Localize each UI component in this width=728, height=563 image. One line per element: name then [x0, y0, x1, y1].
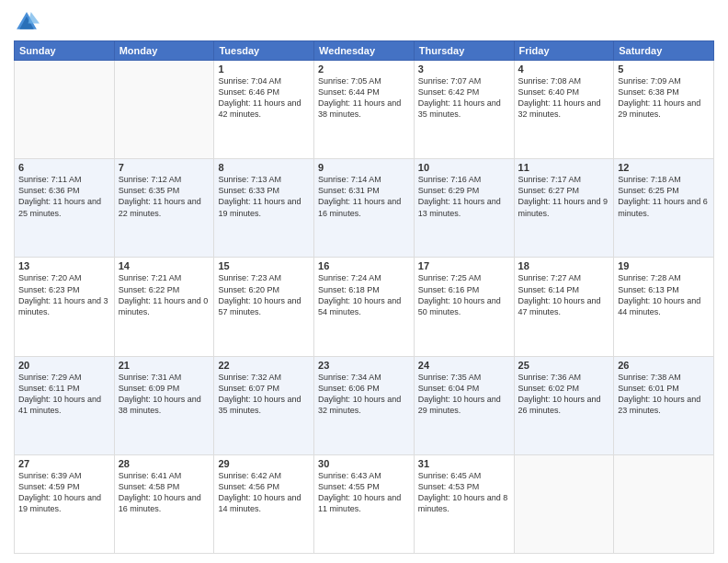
day-info: Sunrise: 7:27 AM Sunset: 6:14 PM Dayligh… [518, 272, 610, 317]
column-header-friday: Friday [514, 41, 614, 61]
day-info: Sunrise: 7:23 AM Sunset: 6:20 PM Dayligh… [218, 272, 310, 317]
calendar-cell: 3Sunrise: 7:07 AM Sunset: 6:42 PM Daylig… [414, 61, 514, 159]
calendar-week-row: 1Sunrise: 7:04 AM Sunset: 6:46 PM Daylig… [15, 61, 714, 159]
calendar-cell: 12Sunrise: 7:18 AM Sunset: 6:25 PM Dayli… [614, 159, 714, 258]
calendar-cell: 19Sunrise: 7:28 AM Sunset: 6:13 PM Dayli… [614, 258, 714, 356]
column-header-monday: Monday [114, 41, 214, 61]
calendar-cell: 16Sunrise: 7:24 AM Sunset: 6:18 PM Dayli… [314, 258, 415, 356]
column-header-saturday: Saturday [614, 41, 714, 61]
day-info: Sunrise: 6:39 AM Sunset: 4:59 PM Dayligh… [18, 470, 110, 515]
day-info: Sunrise: 6:42 AM Sunset: 4:56 PM Dayligh… [218, 470, 310, 515]
calendar-cell: 15Sunrise: 7:23 AM Sunset: 6:20 PM Dayli… [214, 258, 314, 356]
calendar-header-row: SundayMondayTuesdayWednesdayThursdayFrid… [15, 41, 714, 61]
day-number: 9 [318, 162, 410, 173]
day-info: Sunrise: 7:07 AM Sunset: 6:42 PM Dayligh… [418, 75, 510, 121]
calendar-week-row: 13Sunrise: 7:20 AM Sunset: 6:23 PM Dayli… [15, 258, 714, 356]
day-number: 17 [418, 260, 510, 271]
day-number: 27 [18, 458, 110, 469]
day-number: 24 [418, 360, 510, 371]
calendar-week-row: 27Sunrise: 6:39 AM Sunset: 4:59 PM Dayli… [15, 454, 714, 553]
calendar-cell: 24Sunrise: 7:35 AM Sunset: 6:04 PM Dayli… [414, 356, 514, 454]
calendar-cell [614, 454, 714, 553]
calendar-cell [15, 61, 115, 159]
day-info: Sunrise: 7:36 AM Sunset: 6:02 PM Dayligh… [518, 372, 610, 417]
day-info: Sunrise: 7:25 AM Sunset: 6:16 PM Dayligh… [418, 272, 510, 317]
calendar-table: SundayMondayTuesdayWednesdayThursdayFrid… [14, 40, 714, 554]
calendar-cell: 29Sunrise: 6:42 AM Sunset: 4:56 PM Dayli… [214, 454, 314, 553]
day-info: Sunrise: 7:29 AM Sunset: 6:11 PM Dayligh… [18, 372, 110, 417]
calendar-cell: 5Sunrise: 7:09 AM Sunset: 6:38 PM Daylig… [614, 61, 714, 159]
day-number: 20 [18, 360, 110, 371]
day-number: 23 [318, 360, 410, 371]
calendar-cell: 11Sunrise: 7:17 AM Sunset: 6:27 PM Dayli… [514, 159, 614, 258]
calendar-cell [514, 454, 614, 553]
day-number: 5 [618, 63, 710, 75]
day-number: 29 [218, 458, 310, 469]
day-number: 11 [518, 162, 610, 173]
page: SundayMondayTuesdayWednesdayThursdayFrid… [0, 0, 728, 563]
day-info: Sunrise: 6:41 AM Sunset: 4:58 PM Dayligh… [119, 470, 210, 515]
day-number: 1 [218, 63, 310, 75]
day-info: Sunrise: 7:35 AM Sunset: 6:04 PM Dayligh… [418, 372, 510, 417]
day-number: 14 [119, 260, 210, 271]
logo-icon [14, 9, 40, 35]
calendar-cell: 10Sunrise: 7:16 AM Sunset: 6:29 PM Dayli… [414, 159, 514, 258]
calendar-cell: 30Sunrise: 6:43 AM Sunset: 4:55 PM Dayli… [314, 454, 415, 553]
day-info: Sunrise: 7:17 AM Sunset: 6:27 PM Dayligh… [518, 174, 610, 219]
calendar-cell: 9Sunrise: 7:14 AM Sunset: 6:31 PM Daylig… [314, 159, 415, 258]
calendar-cell: 14Sunrise: 7:21 AM Sunset: 6:22 PM Dayli… [114, 258, 214, 356]
day-number: 26 [618, 360, 710, 371]
calendar-cell: 13Sunrise: 7:20 AM Sunset: 6:23 PM Dayli… [15, 258, 115, 356]
column-header-thursday: Thursday [414, 41, 514, 61]
day-info: Sunrise: 6:43 AM Sunset: 4:55 PM Dayligh… [318, 470, 410, 515]
day-info: Sunrise: 7:34 AM Sunset: 6:06 PM Dayligh… [318, 372, 410, 417]
day-info: Sunrise: 6:45 AM Sunset: 4:53 PM Dayligh… [418, 470, 510, 515]
day-number: 12 [618, 162, 710, 173]
day-number: 22 [218, 360, 310, 371]
day-number: 2 [318, 63, 410, 75]
calendar-cell: 7Sunrise: 7:12 AM Sunset: 6:35 PM Daylig… [114, 159, 214, 258]
day-number: 28 [119, 458, 210, 469]
day-number: 25 [518, 360, 610, 371]
calendar-cell: 1Sunrise: 7:04 AM Sunset: 6:46 PM Daylig… [214, 61, 314, 159]
day-info: Sunrise: 7:12 AM Sunset: 6:35 PM Dayligh… [119, 174, 210, 219]
day-info: Sunrise: 7:24 AM Sunset: 6:18 PM Dayligh… [318, 272, 410, 317]
calendar-cell: 2Sunrise: 7:05 AM Sunset: 6:44 PM Daylig… [314, 61, 415, 159]
day-info: Sunrise: 7:20 AM Sunset: 6:23 PM Dayligh… [18, 272, 110, 317]
day-info: Sunrise: 7:28 AM Sunset: 6:13 PM Dayligh… [618, 272, 710, 317]
day-info: Sunrise: 7:21 AM Sunset: 6:22 PM Dayligh… [119, 272, 210, 317]
day-number: 8 [218, 162, 310, 173]
day-number: 19 [618, 260, 710, 271]
day-number: 6 [18, 162, 110, 173]
day-info: Sunrise: 7:32 AM Sunset: 6:07 PM Dayligh… [218, 372, 310, 417]
day-number: 18 [518, 260, 610, 271]
day-number: 16 [318, 260, 410, 271]
logo [14, 9, 43, 35]
day-info: Sunrise: 7:31 AM Sunset: 6:09 PM Dayligh… [119, 372, 210, 417]
day-info: Sunrise: 7:11 AM Sunset: 6:36 PM Dayligh… [18, 174, 110, 219]
day-info: Sunrise: 7:08 AM Sunset: 6:40 PM Dayligh… [518, 75, 610, 121]
calendar-week-row: 6Sunrise: 7:11 AM Sunset: 6:36 PM Daylig… [15, 159, 714, 258]
day-number: 7 [119, 162, 210, 173]
column-header-tuesday: Tuesday [214, 41, 314, 61]
day-info: Sunrise: 7:14 AM Sunset: 6:31 PM Dayligh… [318, 174, 410, 219]
day-number: 3 [418, 63, 510, 75]
calendar-cell: 28Sunrise: 6:41 AM Sunset: 4:58 PM Dayli… [114, 454, 214, 553]
day-number: 21 [119, 360, 210, 371]
day-info: Sunrise: 7:05 AM Sunset: 6:44 PM Dayligh… [318, 75, 410, 121]
header [14, 9, 714, 35]
calendar-cell: 26Sunrise: 7:38 AM Sunset: 6:01 PM Dayli… [614, 356, 714, 454]
day-info: Sunrise: 7:38 AM Sunset: 6:01 PM Dayligh… [618, 372, 710, 417]
calendar-cell: 31Sunrise: 6:45 AM Sunset: 4:53 PM Dayli… [414, 454, 514, 553]
day-info: Sunrise: 7:16 AM Sunset: 6:29 PM Dayligh… [418, 174, 510, 219]
calendar-cell: 25Sunrise: 7:36 AM Sunset: 6:02 PM Dayli… [514, 356, 614, 454]
calendar-cell: 18Sunrise: 7:27 AM Sunset: 6:14 PM Dayli… [514, 258, 614, 356]
day-number: 13 [18, 260, 110, 271]
calendar-cell [114, 61, 214, 159]
svg-marker-2 [28, 12, 40, 23]
day-info: Sunrise: 7:13 AM Sunset: 6:33 PM Dayligh… [218, 174, 310, 219]
day-number: 4 [518, 63, 610, 75]
calendar-cell: 23Sunrise: 7:34 AM Sunset: 6:06 PM Dayli… [314, 356, 415, 454]
calendar-cell: 8Sunrise: 7:13 AM Sunset: 6:33 PM Daylig… [214, 159, 314, 258]
calendar-cell: 6Sunrise: 7:11 AM Sunset: 6:36 PM Daylig… [15, 159, 115, 258]
